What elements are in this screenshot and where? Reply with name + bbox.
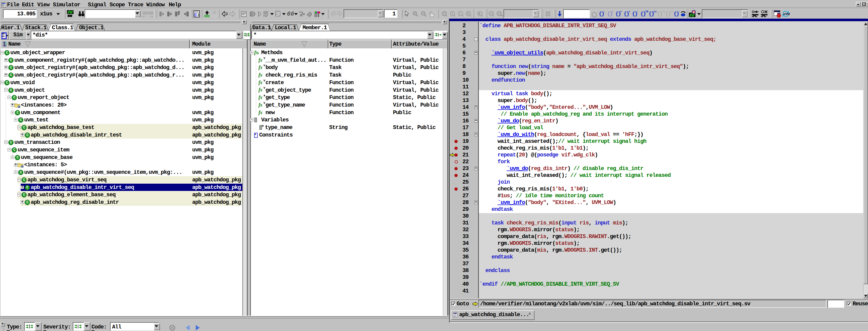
svg-text:2: 2 [452,12,453,16]
svg-text:UVM: UVM [783,12,790,16]
svg-text:½: ½ [459,12,461,16]
svg-text:01: 01 [195,13,197,17]
